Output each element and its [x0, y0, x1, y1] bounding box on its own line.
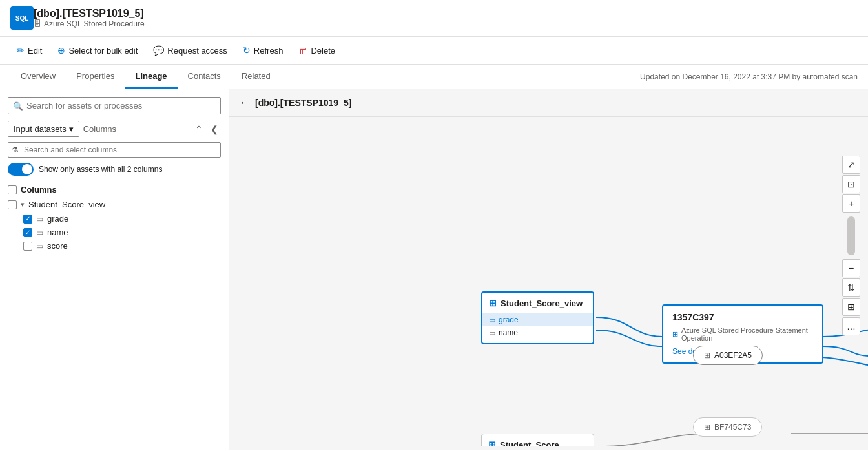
col-type-icon: ▭ — [36, 228, 43, 237]
col-name-grade: grade — [47, 214, 68, 224]
tab-properties[interactable]: Properties — [66, 65, 125, 89]
lineage-canvas: ← [dbo].[TESTSP1019_5] — [229, 89, 868, 450]
add-icon: ⊕ — [57, 45, 65, 56]
panel-header-left: Input datasets ▾ Columns — [8, 121, 116, 137]
tab-lineage[interactable]: Lineage — [125, 65, 177, 89]
col-list: Columns ▾ Student_Score_view ✓ ▭ grade — [8, 182, 221, 253]
refresh-icon: ↻ — [243, 45, 251, 56]
tabs-left: Overview Properties Lineage Contacts Rel… — [10, 65, 281, 89]
field-icon: ▭ — [489, 316, 495, 324]
col-name-score: score — [47, 241, 68, 251]
chevron-down-icon: ▾ — [21, 200, 25, 209]
group-checkbox[interactable] — [8, 200, 17, 209]
refresh-button[interactable]: ↻ Refresh — [236, 42, 290, 59]
sidebar: 🔍 Input datasets ▾ Columns ⌃ ❮ ⚗ — [0, 89, 229, 450]
expand-button[interactable]: ⤢ — [842, 156, 860, 174]
tab-related[interactable]: Related — [231, 65, 281, 89]
asset-search-icon: 🔍 — [13, 101, 23, 110]
layout-button[interactable]: ⊞ — [842, 298, 860, 316]
dataset-dropdown[interactable]: Input datasets ▾ — [8, 121, 79, 137]
col-item-grade: ✓ ▭ grade — [8, 212, 221, 226]
updated-text: Updated on December 16, 2022 at 3:37 PM … — [640, 72, 858, 81]
col-type-icon: ▭ — [36, 242, 43, 251]
filter-icon: ⚗ — [12, 145, 19, 154]
panel-header: Input datasets ▾ Columns ⌃ ❮ — [8, 121, 221, 137]
page-header: SQL [dbo].[TESTSP1019_5] 🗄 Azure SQL Sto… — [0, 0, 868, 37]
panel-controls: ⌃ ❮ — [192, 123, 221, 136]
main-layout: 🔍 Input datasets ▾ Columns ⌃ ❮ ⚗ — [0, 89, 868, 450]
lineage-svg — [229, 117, 868, 446]
col-header-row: Columns — [8, 182, 221, 197]
asset-search-wrap: 🔍 — [8, 97, 221, 114]
score-checkbox[interactable] — [23, 242, 32, 251]
group-label: Student_Score_view — [28, 200, 105, 209]
zoom-controls: ⤢ ⊡ + − ⇅ ⊞ … — [842, 156, 860, 335]
zoom-in-button[interactable]: + — [842, 194, 860, 213]
zoom-out-button[interactable]: − — [842, 259, 860, 277]
canvas-title: [dbo].[TESTSP1019_5] — [255, 98, 351, 108]
col-group-student-score-view: ▾ Student_Score_view ✓ ▭ grade ✓ ▭ name — [8, 197, 221, 253]
node-student-score[interactable]: ⊞ Student_Score — [481, 434, 594, 446]
tabs-bar: Overview Properties Lineage Contacts Rel… — [0, 65, 868, 89]
node-header: ⊞ Student_Score_view — [482, 293, 593, 311]
request-access-button[interactable]: 💬 Request access — [147, 42, 234, 59]
delete-icon: 🗑 — [298, 45, 307, 56]
grade-checkbox[interactable]: ✓ — [23, 215, 32, 224]
page-subtitle: 🗄 Azure SQL Stored Procedure — [34, 19, 145, 28]
distribute-button[interactable]: ⇅ — [842, 278, 860, 297]
node-header: ⊞ Student_Score — [482, 434, 594, 446]
table-icon: ⊞ — [489, 298, 497, 308]
field-icon: ▭ — [489, 329, 495, 337]
col-group-header[interactable]: ▾ Student_Score_view — [8, 197, 221, 212]
node-process-bf745c73[interactable]: ⊞ BF745C73 — [693, 417, 762, 437]
delete-button[interactable]: 🗑 Delete — [292, 42, 342, 59]
more-button[interactable]: … — [842, 317, 860, 335]
sql-icon: SQL — [10, 6, 34, 30]
node-student-score-view[interactable]: ⊞ Student_Score_view ▭ grade ▭ name — [481, 291, 594, 344]
zoom-scroll[interactable] — [847, 216, 855, 255]
col-search-input[interactable] — [8, 142, 221, 158]
col-item-score: ▭ score — [8, 239, 221, 253]
node-field-grade: ▭ grade — [482, 313, 593, 326]
page-title: [dbo].[TESTSP1019_5] — [34, 8, 145, 19]
col-name-name: name — [47, 227, 68, 237]
edit-icon: ✏ — [17, 45, 25, 56]
chevron-down-icon: ▾ — [69, 124, 74, 134]
table-icon: ⊞ — [488, 439, 496, 446]
bulk-edit-button[interactable]: ⊕ Select for bulk edit — [51, 42, 144, 59]
expand-button[interactable]: ❮ — [208, 123, 221, 136]
process-icon: ⊞ — [704, 423, 710, 432]
process-icon: ⊞ — [704, 351, 710, 360]
edit-button[interactable]: ✏ Edit — [10, 42, 48, 59]
tab-overview[interactable]: Overview — [10, 65, 66, 89]
col-header-checkbox[interactable] — [8, 185, 17, 194]
canvas-body[interactable]: ⊞ Student_Score_view ▭ grade ▭ name 1357… — [229, 117, 868, 446]
toggle-knob — [22, 164, 32, 174]
op-subtitle: ⊞ Azure SQL Stored Procedure Statement O… — [663, 325, 822, 343]
name-checkbox[interactable]: ✓ — [23, 228, 32, 237]
columns-toggle[interactable] — [8, 163, 34, 176]
node-field-name: ▭ name — [482, 326, 593, 339]
chat-icon: 💬 — [153, 45, 164, 56]
canvas-header: ← [dbo].[TESTSP1019_5] — [229, 89, 868, 117]
fit-button[interactable]: ⊡ — [842, 175, 860, 193]
collapse-button[interactable]: ⌃ — [192, 123, 205, 136]
op-icon: ⊞ — [672, 330, 678, 339]
node-process-a03ef2a5[interactable]: ⊞ A03EF2A5 — [693, 346, 763, 365]
col-item-name: ✓ ▭ name — [8, 226, 221, 239]
back-button[interactable]: ← — [240, 97, 250, 109]
tab-contacts[interactable]: Contacts — [178, 65, 231, 89]
op-title: 1357C397 — [663, 306, 822, 325]
node-fields: ▭ grade ▭ name — [482, 311, 593, 343]
db-icon: 🗄 — [34, 19, 41, 28]
toolbar: ✏ Edit ⊕ Select for bulk edit 💬 Request … — [0, 37, 868, 65]
header-title-block: [dbo].[TESTSP1019_5] 🗄 Azure SQL Stored … — [34, 8, 145, 28]
sidebar-panel: Input datasets ▾ Columns ⌃ ❮ ⚗ Show — [8, 121, 221, 253]
col-search-wrap: ⚗ — [8, 142, 221, 158]
asset-search-input[interactable] — [8, 97, 221, 114]
toggle-row: Show only assets with all 2 columns — [8, 163, 221, 176]
col-type-icon: ▭ — [36, 215, 43, 224]
